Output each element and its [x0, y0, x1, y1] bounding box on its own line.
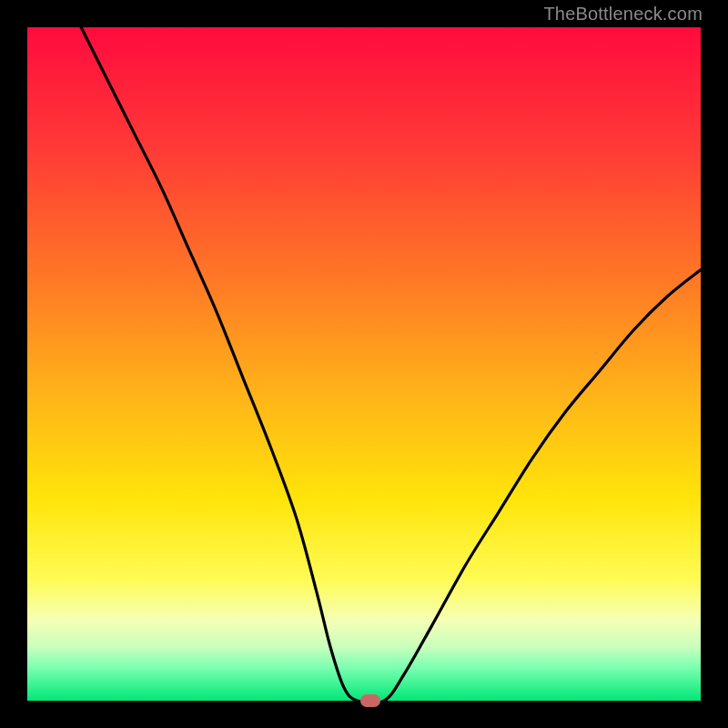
- watermark-text: TheBottleneck.com: [543, 4, 703, 25]
- curve-svg: [27, 27, 701, 701]
- bottleneck-curve: [81, 27, 701, 701]
- chart-frame: TheBottleneck.com: [0, 0, 728, 728]
- plot-area: [27, 27, 701, 701]
- optimal-point-marker: [360, 694, 380, 707]
